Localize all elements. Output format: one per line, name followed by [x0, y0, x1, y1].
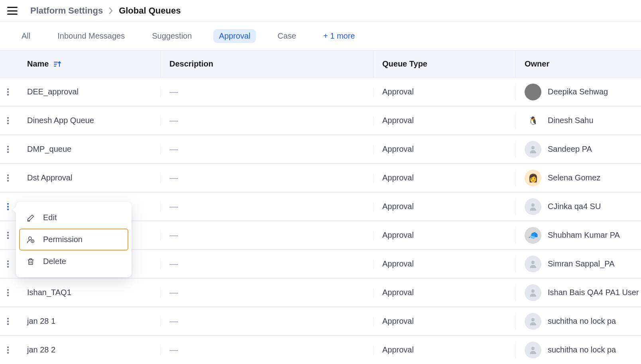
- avatar: 👩: [525, 170, 541, 186]
- row-actions-button[interactable]: [0, 346, 16, 354]
- tab-suggestion[interactable]: Suggestion: [146, 29, 197, 43]
- menu-delete-label: Delete: [43, 257, 66, 266]
- kebab-menu-icon: [7, 346, 9, 354]
- hamburger-menu-icon[interactable]: [7, 7, 18, 15]
- row-actions-button[interactable]: [0, 232, 16, 239]
- row-actions-button[interactable]: [0, 318, 16, 325]
- column-description[interactable]: Description: [160, 51, 373, 77]
- kebab-menu-icon: [7, 232, 9, 239]
- table-row[interactable]: DEE_approval—ApprovalDeepika Sehwag: [0, 78, 641, 106]
- menu-delete[interactable]: Delete: [19, 250, 128, 272]
- owner-name: CJinka qa4 SU: [548, 202, 601, 211]
- cell-queue-type: Approval: [373, 317, 515, 326]
- chevron-right-icon: [108, 7, 113, 14]
- owner-name: Sandeep PA: [548, 145, 592, 154]
- row-actions-button[interactable]: [0, 88, 16, 96]
- cell-description: —: [160, 115, 373, 126]
- table-row[interactable]: jan 28 2—Approvalsuchitha no lock pa: [0, 336, 641, 364]
- column-name[interactable]: Name: [16, 51, 160, 77]
- cell-name: Dinesh App Queue: [16, 116, 160, 125]
- row-actions-button[interactable]: [0, 174, 16, 182]
- table-row[interactable]: jan 28 1—Approvalsuchitha no lock pa: [0, 307, 641, 336]
- cell-name: Dst Approval: [16, 173, 160, 182]
- cell-queue-type: Approval: [373, 116, 515, 125]
- cell-queue-type: Approval: [373, 145, 515, 154]
- cell-queue-type: Approval: [373, 259, 515, 268]
- cell-owner: Ishan Bais QA4 PA1 User: [515, 284, 641, 301]
- cell-queue-type: Approval: [373, 202, 515, 211]
- table-body: DEE_approval—ApprovalDeepika SehwagDines…: [0, 78, 641, 364]
- cell-queue-type: Approval: [373, 87, 515, 96]
- table-row[interactable]: DMP_queue—ApprovalSandeep PA: [0, 135, 641, 164]
- tab-all[interactable]: All: [16, 29, 36, 43]
- menu-permission[interactable]: Permission: [19, 229, 128, 250]
- menu-edit-label: Edit: [43, 213, 57, 222]
- trash-icon: [26, 257, 35, 266]
- cell-description: —: [160, 87, 373, 97]
- column-name-label: Name: [27, 59, 49, 68]
- owner-name: suchitha no lock pa: [548, 345, 616, 354]
- table-row[interactable]: Dst Approval—Approval👩Selena Gomez: [0, 164, 641, 192]
- cell-owner: 👩Selena Gomez: [515, 170, 641, 186]
- page-header: Platform Settings Global Queues: [0, 0, 641, 22]
- cell-queue-type: Approval: [373, 345, 515, 354]
- cell-description: —: [160, 259, 373, 269]
- cell-queue-type: Approval: [373, 288, 515, 297]
- cell-queue-type: Approval: [373, 173, 515, 182]
- tab-approval[interactable]: Approval: [213, 29, 256, 43]
- menu-permission-label: Permission: [43, 235, 83, 244]
- cell-owner: 🐧Dinesh Sahu: [515, 112, 641, 129]
- svg-point-4: [531, 204, 535, 207]
- avatar: [525, 84, 541, 100]
- cell-name: Ishan_TAQ1: [16, 288, 160, 297]
- tab-inbound-messages[interactable]: Inbound Messages: [52, 29, 130, 43]
- svg-point-5: [531, 261, 535, 264]
- owner-name: Ishan Bais QA4 PA1 User: [548, 288, 639, 297]
- row-actions-button[interactable]: [0, 117, 16, 124]
- kebab-menu-icon: [7, 318, 9, 325]
- table-row[interactable]: Ishan_TAQ1—ApprovalIshan Bais QA4 PA1 Us…: [0, 278, 641, 307]
- cell-owner: Sandeep PA: [515, 141, 641, 158]
- table-header: Name Description Queue Type Owner: [0, 51, 641, 78]
- kebab-menu-icon: [7, 117, 9, 124]
- cell-owner: 🧢Shubham Kumar PA: [515, 227, 641, 244]
- cell-description: —: [160, 173, 373, 183]
- tab-more[interactable]: + 1 more: [318, 29, 360, 43]
- avatar: 🧢: [525, 227, 541, 244]
- menu-edit[interactable]: Edit: [19, 207, 128, 229]
- user-permission-icon: [26, 235, 35, 244]
- avatar: [525, 256, 541, 272]
- filter-tabs: All Inbound Messages Suggestion Approval…: [0, 22, 641, 51]
- cell-owner: CJinka qa4 SU: [515, 198, 641, 215]
- row-actions-button[interactable]: [0, 289, 16, 296]
- column-owner[interactable]: Owner: [515, 51, 641, 77]
- kebab-menu-icon: [7, 203, 9, 210]
- cell-description: —: [160, 202, 373, 212]
- kebab-menu-icon: [7, 260, 9, 268]
- cell-owner: suchitha no lock pa: [515, 342, 641, 358]
- avatar: 🐧: [525, 112, 541, 129]
- cell-name: jan 28 1: [16, 317, 160, 326]
- tab-case[interactable]: Case: [272, 29, 302, 43]
- row-context-menu: Edit Permission Delete: [16, 202, 132, 277]
- svg-point-6: [531, 290, 535, 293]
- avatar: [525, 284, 541, 301]
- kebab-menu-icon: [7, 174, 9, 182]
- kebab-menu-icon: [7, 146, 9, 153]
- owner-name: Shubham Kumar PA: [548, 231, 620, 240]
- avatar: [525, 198, 541, 215]
- avatar: [525, 342, 541, 358]
- row-actions-button[interactable]: [0, 146, 16, 153]
- owner-name: Dinesh Sahu: [548, 116, 594, 125]
- avatar: [525, 141, 541, 158]
- sort-ascending-icon[interactable]: [53, 61, 61, 68]
- cell-description: —: [160, 144, 373, 155]
- svg-point-3: [531, 146, 535, 149]
- breadcrumb-parent[interactable]: Platform Settings: [30, 6, 103, 16]
- cell-name: DMP_queue: [16, 145, 160, 154]
- row-actions-button[interactable]: [0, 260, 16, 268]
- table-row[interactable]: Dinesh App Queue—Approval🐧Dinesh Sahu: [0, 106, 641, 135]
- owner-name: suchitha no lock pa: [548, 317, 616, 326]
- column-queue-type[interactable]: Queue Type: [373, 51, 515, 77]
- cell-owner: Deepika Sehwag: [515, 84, 641, 100]
